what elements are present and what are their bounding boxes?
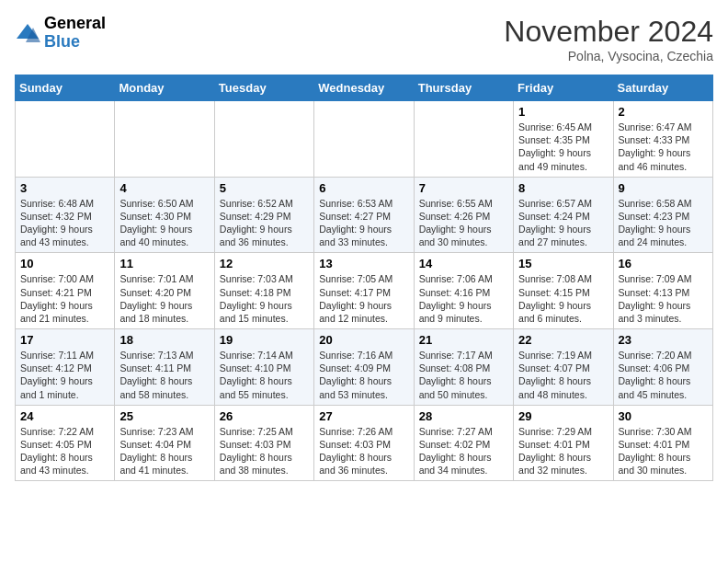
- weekday-header: Wednesday: [314, 75, 414, 101]
- page-header: General Blue November 2024 Polna, Vysoci…: [15, 15, 713, 63]
- weekday-header: Monday: [115, 75, 214, 101]
- calendar-week-row: 1Sunrise: 6:45 AM Sunset: 4:35 PM Daylig…: [16, 101, 713, 178]
- day-number: 23: [619, 333, 708, 347]
- calendar-cell: 29Sunrise: 7:29 AM Sunset: 4:01 PM Dayli…: [514, 405, 613, 481]
- day-number: 25: [119, 409, 209, 423]
- calendar-cell: 21Sunrise: 7:17 AM Sunset: 4:08 PM Dayli…: [414, 329, 513, 406]
- day-info: Sunrise: 7:29 AM Sunset: 4:01 PM Dayligh…: [518, 425, 608, 477]
- day-number: 11: [119, 257, 209, 270]
- calendar-week-row: 10Sunrise: 7:00 AM Sunset: 4:21 PM Dayli…: [16, 253, 713, 329]
- day-number: 24: [20, 409, 109, 423]
- day-info: Sunrise: 7:14 AM Sunset: 4:10 PM Dayligh…: [220, 349, 309, 401]
- day-number: 8: [518, 181, 608, 195]
- calendar-week-row: 24Sunrise: 7:22 AM Sunset: 4:05 PM Dayli…: [16, 405, 713, 481]
- calendar-cell: 8Sunrise: 6:57 AM Sunset: 4:24 PM Daylig…: [514, 177, 613, 253]
- weekday-header: Friday: [514, 75, 613, 101]
- day-number: 20: [319, 333, 408, 347]
- day-number: 4: [119, 181, 209, 195]
- calendar-cell: 3Sunrise: 6:48 AM Sunset: 4:32 PM Daylig…: [16, 177, 115, 253]
- calendar-cell: 1Sunrise: 6:45 AM Sunset: 4:35 PM Daylig…: [514, 101, 613, 178]
- day-info: Sunrise: 6:58 AM Sunset: 4:23 PM Dayligh…: [619, 197, 708, 249]
- day-info: Sunrise: 7:08 AM Sunset: 4:15 PM Dayligh…: [518, 272, 608, 325]
- day-info: Sunrise: 7:30 AM Sunset: 4:01 PM Dayligh…: [619, 425, 708, 477]
- logo-blue: Blue: [44, 33, 106, 52]
- calendar-cell: 2Sunrise: 6:47 AM Sunset: 4:33 PM Daylig…: [613, 101, 712, 178]
- calendar-cell: 18Sunrise: 7:13 AM Sunset: 4:11 PM Dayli…: [115, 329, 214, 406]
- day-info: Sunrise: 6:52 AM Sunset: 4:29 PM Dayligh…: [220, 197, 309, 249]
- calendar-cell: 26Sunrise: 7:25 AM Sunset: 4:03 PM Dayli…: [214, 405, 313, 481]
- weekday-header: Saturday: [613, 75, 712, 101]
- calendar-cell: 28Sunrise: 7:27 AM Sunset: 4:02 PM Dayli…: [414, 405, 513, 481]
- calendar-cell: 15Sunrise: 7:08 AM Sunset: 4:15 PM Dayli…: [514, 253, 613, 329]
- calendar-cell: [314, 101, 414, 178]
- day-number: 16: [619, 257, 708, 270]
- calendar-cell: 17Sunrise: 7:11 AM Sunset: 4:12 PM Dayli…: [16, 329, 115, 406]
- day-info: Sunrise: 7:05 AM Sunset: 4:17 PM Dayligh…: [319, 272, 408, 325]
- calendar-cell: 11Sunrise: 7:01 AM Sunset: 4:20 PM Dayli…: [115, 253, 214, 329]
- logo-general: General: [44, 15, 106, 33]
- calendar-cell: 25Sunrise: 7:23 AM Sunset: 4:04 PM Dayli…: [115, 405, 214, 481]
- weekday-header-row: SundayMondayTuesdayWednesdayThursdayFrid…: [16, 75, 713, 101]
- calendar-cell: 23Sunrise: 7:20 AM Sunset: 4:06 PM Dayli…: [613, 329, 712, 406]
- calendar-week-row: 17Sunrise: 7:11 AM Sunset: 4:12 PM Dayli…: [16, 329, 713, 406]
- day-number: 10: [20, 257, 109, 270]
- day-number: 14: [419, 257, 508, 270]
- day-info: Sunrise: 6:45 AM Sunset: 4:35 PM Dayligh…: [518, 121, 608, 173]
- day-number: 5: [220, 181, 309, 195]
- calendar-cell: 10Sunrise: 7:00 AM Sunset: 4:21 PM Dayli…: [16, 253, 115, 329]
- day-info: Sunrise: 7:03 AM Sunset: 4:18 PM Dayligh…: [220, 272, 309, 325]
- day-info: Sunrise: 7:01 AM Sunset: 4:20 PM Dayligh…: [119, 272, 209, 325]
- calendar-week-row: 3Sunrise: 6:48 AM Sunset: 4:32 PM Daylig…: [16, 177, 713, 253]
- calendar-cell: 6Sunrise: 6:53 AM Sunset: 4:27 PM Daylig…: [314, 177, 414, 253]
- calendar-cell: 7Sunrise: 6:55 AM Sunset: 4:26 PM Daylig…: [414, 177, 513, 253]
- day-info: Sunrise: 6:47 AM Sunset: 4:33 PM Dayligh…: [619, 121, 708, 173]
- day-info: Sunrise: 6:57 AM Sunset: 4:24 PM Dayligh…: [518, 197, 608, 249]
- day-info: Sunrise: 7:22 AM Sunset: 4:05 PM Dayligh…: [20, 425, 109, 477]
- day-number: 19: [220, 333, 309, 347]
- day-info: Sunrise: 7:26 AM Sunset: 4:03 PM Dayligh…: [319, 425, 408, 477]
- calendar-cell: [16, 101, 115, 178]
- day-number: 29: [518, 409, 608, 423]
- weekday-header: Tuesday: [214, 75, 313, 101]
- day-number: 9: [619, 181, 708, 195]
- day-number: 13: [319, 257, 408, 270]
- calendar-cell: 4Sunrise: 6:50 AM Sunset: 4:30 PM Daylig…: [115, 177, 214, 253]
- calendar-cell: 9Sunrise: 6:58 AM Sunset: 4:23 PM Daylig…: [613, 177, 712, 253]
- day-info: Sunrise: 7:27 AM Sunset: 4:02 PM Dayligh…: [419, 425, 508, 477]
- title-block: November 2024 Polna, Vysocina, Czechia: [504, 15, 713, 63]
- day-number: 30: [619, 409, 708, 423]
- logo: General Blue: [15, 15, 106, 52]
- month-title: November 2024: [504, 15, 713, 49]
- calendar-cell: 19Sunrise: 7:14 AM Sunset: 4:10 PM Dayli…: [214, 329, 313, 406]
- day-number: 18: [119, 333, 209, 347]
- weekday-header: Sunday: [16, 75, 115, 101]
- day-number: 26: [220, 409, 309, 423]
- calendar-cell: 14Sunrise: 7:06 AM Sunset: 4:16 PM Dayli…: [414, 253, 513, 329]
- day-info: Sunrise: 6:53 AM Sunset: 4:27 PM Dayligh…: [319, 197, 408, 249]
- day-number: 22: [518, 333, 608, 347]
- day-info: Sunrise: 7:16 AM Sunset: 4:09 PM Dayligh…: [319, 349, 408, 401]
- day-number: 6: [319, 181, 408, 195]
- day-info: Sunrise: 7:00 AM Sunset: 4:21 PM Dayligh…: [20, 272, 109, 325]
- calendar-cell: 16Sunrise: 7:09 AM Sunset: 4:13 PM Dayli…: [613, 253, 712, 329]
- calendar-cell: 13Sunrise: 7:05 AM Sunset: 4:17 PM Dayli…: [314, 253, 414, 329]
- day-number: 7: [419, 181, 508, 195]
- day-info: Sunrise: 7:20 AM Sunset: 4:06 PM Dayligh…: [619, 349, 708, 401]
- day-info: Sunrise: 6:55 AM Sunset: 4:26 PM Dayligh…: [419, 197, 508, 249]
- day-info: Sunrise: 6:50 AM Sunset: 4:30 PM Dayligh…: [119, 197, 209, 249]
- day-number: 3: [20, 181, 109, 195]
- calendar-cell: 24Sunrise: 7:22 AM Sunset: 4:05 PM Dayli…: [16, 405, 115, 481]
- calendar-cell: 20Sunrise: 7:16 AM Sunset: 4:09 PM Dayli…: [314, 329, 414, 406]
- day-number: 28: [419, 409, 508, 423]
- calendar-cell: 22Sunrise: 7:19 AM Sunset: 4:07 PM Dayli…: [514, 329, 613, 406]
- day-number: 1: [518, 105, 608, 119]
- calendar-table: SundayMondayTuesdayWednesdayThursdayFrid…: [15, 75, 713, 481]
- calendar-cell: 12Sunrise: 7:03 AM Sunset: 4:18 PM Dayli…: [214, 253, 313, 329]
- day-info: Sunrise: 7:19 AM Sunset: 4:07 PM Dayligh…: [518, 349, 608, 401]
- day-info: Sunrise: 6:48 AM Sunset: 4:32 PM Dayligh…: [20, 197, 109, 249]
- calendar-cell: [115, 101, 214, 178]
- calendar-cell: [414, 101, 513, 178]
- day-info: Sunrise: 7:23 AM Sunset: 4:04 PM Dayligh…: [119, 425, 209, 477]
- day-info: Sunrise: 7:11 AM Sunset: 4:12 PM Dayligh…: [20, 349, 109, 401]
- calendar-cell: 5Sunrise: 6:52 AM Sunset: 4:29 PM Daylig…: [214, 177, 313, 253]
